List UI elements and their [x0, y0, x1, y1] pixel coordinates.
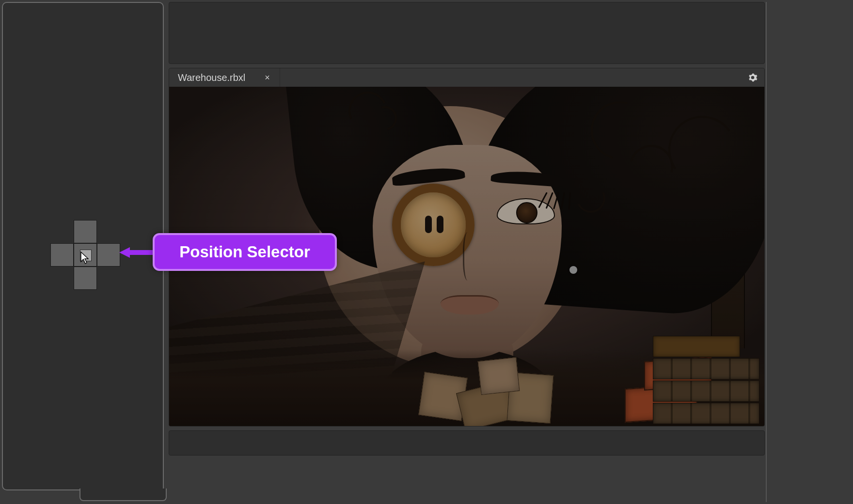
position-selector-center[interactable]: [74, 243, 97, 267]
document-tab-label: Warehouse.rbxl: [178, 72, 245, 83]
svg-marker-1: [119, 247, 130, 258]
document-tab-bar: Warehouse.rbxl ×: [169, 68, 764, 87]
position-selector-bottom[interactable]: [74, 267, 97, 290]
status-strip: [169, 430, 765, 456]
gear-icon[interactable]: [747, 72, 758, 83]
callout-arrow-icon: [119, 247, 155, 258]
position-selector: [50, 220, 120, 290]
left-panel-tab-notch: [79, 488, 167, 501]
close-icon[interactable]: ×: [263, 72, 272, 84]
left-dock-panel: [2, 2, 164, 490]
callout-label: Position Selector: [179, 243, 310, 261]
ribbon-area: [169, 2, 765, 64]
document-tab[interactable]: Warehouse.rbxl ×: [169, 68, 280, 87]
position-selector-right[interactable]: [97, 243, 120, 267]
position-selector-left[interactable]: [50, 243, 74, 267]
position-selector-callout: Position Selector: [153, 233, 337, 271]
position-selector-center-highlight: [80, 250, 92, 261]
position-selector-top[interactable]: [74, 220, 97, 243]
right-dock-panel: [766, 2, 852, 502]
